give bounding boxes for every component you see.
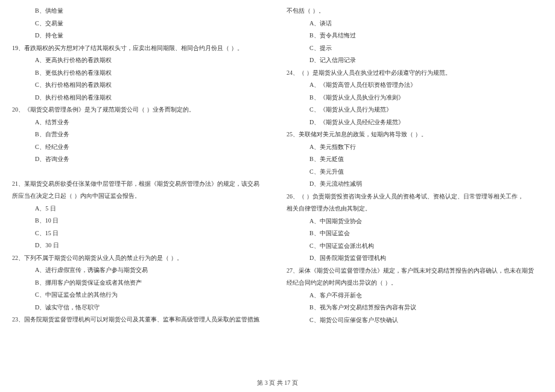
two-column-layout: B、供给量 C、交易量 D、持仓量 19、看跌期权的买方想对冲了结其期权头寸，应… [12,5,543,364]
q20-opt-a: A、结算业务 [35,116,268,129]
q21-opt-c: C、15 日 [35,227,268,240]
q27-line2: 经纪合同约定的时间内提出异议的（ ）。 [287,277,543,289]
q23-opt-a: A、谈话 [309,17,543,30]
q19-opt-d: D、执行价格相同的看涨期权 [35,92,268,104]
q24-opt-b: B、《期货从业人员执业行为准则》 [309,92,543,104]
q18-opt-c: C、交易量 [35,17,268,30]
q26-line2: 相关自律管理办法也由其制定。 [287,203,543,215]
q24-opt-a: A、《期货高管人员任职资格管理办法》 [309,79,543,92]
right-column: 不包括（ ）。 A、谈话 B、责令具结悔过 C、提示 D、记入信用记录 24、（… [287,5,543,364]
q26-opt-a: A、中国期货业协会 [309,215,543,228]
q23-opt-b: B、责令具结悔过 [309,30,543,42]
q18-opt-d: D、持仓量 [35,30,268,42]
q23-opt-d: D、记入信用记录 [309,54,543,67]
q25-opt-a: A、美元指数下行 [309,141,543,154]
q22-opt-b: B、挪用客户的期货保证金或者其他资产 [35,277,268,289]
q20-opt-c: C、经纪业务 [35,141,268,154]
q25-text: 25、美联储对美元加息的政策，短期内将导致（ ）。 [287,128,543,141]
q21-opt-d: D、30 日 [35,239,268,252]
q26-opt-c: C、中国证监会派出机构 [309,240,543,253]
q27-opt-c: C、期货公司应催促客户尽快确认 [309,314,543,327]
q19-opt-c: C、执行价格相同的看跌期权 [35,79,268,92]
q24-text: 24、（ ）是期货从业人员在执业过程中必须遵守的行为规范。 [287,67,543,80]
q19-opt-b: B、更低执行价格的看涨期权 [35,67,268,80]
q22-opt-a: A、进行虚假宣传，诱骗客户参与期货交易 [35,264,268,277]
q22-text: 22、下列不属于期货公司的期货从业人员的禁止行为的是（ ）。 [12,252,268,265]
q23-text: 23、国务院期货监督管理机构可以对期货公司及其董事、监事和高级管理人员采取的监管… [12,314,268,326]
q21-opt-b: B、10 日 [35,215,268,227]
q27-opt-a: A、客户不得开新仓 [309,289,543,302]
q22-opt-c: C、中国证监会禁止的其他行为 [35,289,268,302]
q24-opt-c: C、《期货从业人员行为规范》 [309,104,543,116]
q20-text: 20、《期货交易管理条例》是为了规范期货公司（ ）业务而制定的。 [12,104,268,116]
q23-cont: 不包括（ ）。 [287,5,543,17]
q22-opt-d: D、诚实守信，恪尽职守 [35,302,268,314]
q25-opt-d: D、美元流动性减弱 [309,178,543,191]
q25-opt-b: B、美元贬值 [309,153,543,166]
q18-opt-b: B、供给量 [35,5,268,17]
q24-opt-d: D、《期货从业人员经纪业务规范》 [309,116,543,129]
q19-opt-a: A、更高执行价格的看跌期权 [35,54,268,67]
q25-opt-c: C、美元升值 [309,166,543,179]
q20-opt-d: D、咨询业务 [35,153,268,166]
q21-opt-a: A、5 日 [35,203,268,215]
q23-opt-c: C、提示 [309,42,543,55]
q21-line1: 21、某期货交易所欲委任张某做中层管理干部，根据《期货交易所管理办法》的规定，该… [12,178,268,191]
spacer [12,166,268,178]
q26-opt-d: D、国务院期货监督管理机构 [309,252,543,265]
q20-opt-b: B、自营业务 [35,128,268,141]
page-footer: 第 3 页 共 17 页 [0,379,555,387]
q19-text: 19、看跌期权的买方想对冲了结其期权头寸，应卖出相同期限、相同合约月份且（ ）。 [12,42,268,55]
left-column: B、供给量 C、交易量 D、持仓量 19、看跌期权的买方想对冲了结其期权头寸，应… [12,5,268,364]
q27-opt-b: B、视为客户对交易结算报告内容有异议 [309,302,543,314]
q26-line1: 26、（ ）负责期货投资咨询业务从业人员的资格考试、资格认定、日常管理等相关工作… [287,191,543,203]
q27-line1: 27、采体《期货公司监督管理办法》规定，客户既未对交易结算报告的内容确认，也未在… [287,265,543,277]
q26-opt-b: B、中国证监会 [309,227,543,240]
q21-line2: 所应当在决定之日起（ ）内向中国证监会报告。 [12,190,268,203]
